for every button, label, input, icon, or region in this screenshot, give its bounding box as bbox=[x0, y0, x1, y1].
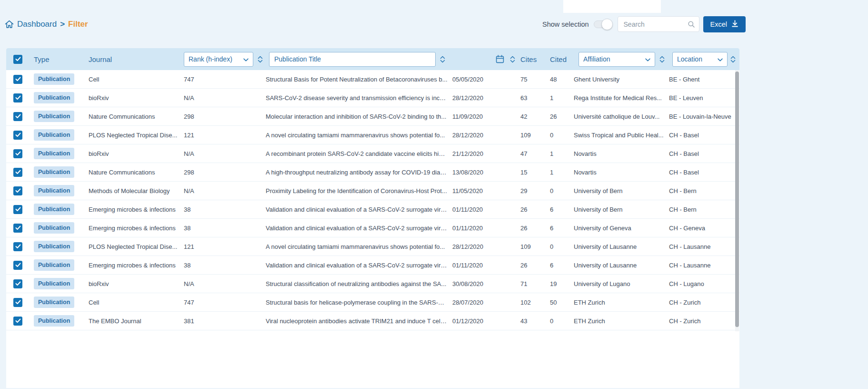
row-checkbox[interactable] bbox=[13, 317, 22, 326]
type-badge: Publication bbox=[34, 297, 74, 308]
column-header-location: Location bbox=[669, 52, 739, 67]
rank-cell: 121 bbox=[184, 243, 266, 250]
affiliation-sort-icon[interactable] bbox=[659, 55, 665, 63]
row-checkbox[interactable] bbox=[13, 168, 22, 177]
affiliation-cell: ETH Zurich bbox=[574, 317, 669, 325]
row-checkbox[interactable] bbox=[13, 186, 22, 195]
type-cell: Publication bbox=[30, 111, 89, 122]
cites-cell: 109 bbox=[518, 132, 550, 139]
type-cell: Publication bbox=[30, 278, 89, 289]
location-cell: CH - Lausanne bbox=[669, 262, 739, 269]
rank-cell: 298 bbox=[184, 113, 266, 120]
rank-filter-select[interactable]: Rank (h-index) bbox=[184, 52, 253, 67]
select-all-checkbox[interactable] bbox=[13, 55, 22, 64]
row-checkbox-cell bbox=[6, 75, 30, 84]
type-cell: Publication bbox=[30, 297, 89, 308]
type-cell: Publication bbox=[30, 73, 89, 85]
scrollbar-thumb[interactable] bbox=[735, 72, 739, 327]
rank-cell: 298 bbox=[184, 169, 266, 176]
location-cell: BE - Leuven bbox=[669, 94, 739, 102]
table-body: Publication Cell 747 Structural Basis fo… bbox=[6, 70, 739, 330]
table-row[interactable]: Publication Emerging microbes & infectio… bbox=[6, 256, 739, 275]
column-header-title bbox=[266, 52, 452, 67]
type-badge: Publication bbox=[34, 73, 74, 85]
journal-cell: Emerging microbes & infections bbox=[89, 206, 184, 213]
breadcrumb-dashboard-link[interactable]: Dashboard bbox=[17, 20, 57, 29]
type-badge: Publication bbox=[34, 315, 74, 327]
row-checkbox[interactable] bbox=[13, 298, 22, 307]
breadcrumb-separator: > bbox=[60, 20, 65, 29]
home-icon[interactable] bbox=[5, 20, 14, 29]
table-row[interactable]: Publication Emerging microbes & infectio… bbox=[6, 200, 739, 219]
row-checkbox[interactable] bbox=[13, 93, 22, 102]
search-input[interactable] bbox=[618, 16, 699, 32]
table-row[interactable]: Publication PLOS Neglected Tropical Dise… bbox=[6, 237, 739, 256]
location-sort-icon[interactable] bbox=[730, 55, 736, 63]
breadcrumb: Dashboard > Filter bbox=[5, 20, 88, 29]
row-checkbox[interactable] bbox=[13, 279, 22, 288]
row-checkbox[interactable] bbox=[13, 205, 22, 214]
title-cell: Viral nucleoprotein antibodies activate … bbox=[266, 317, 452, 325]
show-selection-toggle[interactable] bbox=[594, 20, 612, 28]
table-row[interactable]: Publication Nature Communications 298 Mo… bbox=[6, 107, 739, 126]
type-badge: Publication bbox=[34, 259, 74, 271]
journal-cell: bioRxiv bbox=[89, 94, 184, 102]
date-cell: 21/12/2020 bbox=[452, 150, 518, 157]
calendar-icon[interactable] bbox=[496, 55, 504, 63]
type-cell: Publication bbox=[30, 129, 89, 141]
journal-cell: Cell bbox=[89, 299, 184, 306]
table-row[interactable]: Publication PLOS Neglected Tropical Dise… bbox=[6, 126, 739, 144]
title-sort-icon[interactable] bbox=[440, 55, 445, 63]
table-row[interactable]: Publication Methods of Molecular Biology… bbox=[6, 182, 739, 200]
column-header-rank: Rank (h-index) bbox=[184, 52, 266, 67]
cited-cell: 6 bbox=[550, 262, 574, 269]
table-row[interactable]: Publication bioRxiv N/A SARS-CoV-2 disea… bbox=[6, 89, 739, 107]
location-cell: CH - Basel bbox=[669, 132, 739, 139]
rank-cell: 38 bbox=[184, 262, 266, 269]
location-cell: CH - Zurich bbox=[669, 317, 739, 325]
breadcrumb-current: Filter bbox=[68, 20, 88, 29]
affiliation-cell: Swiss Tropical and Public Heal... bbox=[574, 132, 669, 139]
type-badge: Publication bbox=[34, 166, 74, 178]
publication-title-filter-input[interactable] bbox=[269, 52, 436, 67]
row-checkbox[interactable] bbox=[13, 242, 22, 251]
title-cell: Structural basis for helicase-polymerase… bbox=[266, 299, 452, 306]
date-cell: 01/11/2020 bbox=[452, 225, 518, 232]
row-checkbox[interactable] bbox=[13, 149, 22, 158]
chevron-down-icon bbox=[645, 55, 650, 63]
date-sort-icon[interactable] bbox=[510, 55, 515, 63]
affiliation-cell: University of Bern bbox=[574, 187, 669, 194]
excel-export-button[interactable]: Excel bbox=[703, 16, 746, 32]
row-checkbox[interactable] bbox=[13, 75, 22, 84]
table-row[interactable]: Publication Cell 747 Structural basis fo… bbox=[6, 293, 739, 312]
location-filter-select[interactable]: Location bbox=[672, 52, 728, 67]
table-row[interactable]: Publication Cell 747 Structural Basis fo… bbox=[6, 70, 739, 89]
type-badge: Publication bbox=[34, 241, 74, 252]
table-row[interactable]: Publication The EMBO Journal 381 Viral n… bbox=[6, 312, 739, 330]
row-checkbox[interactable] bbox=[13, 131, 22, 140]
type-cell: Publication bbox=[30, 166, 89, 178]
row-checkbox[interactable] bbox=[13, 112, 22, 121]
location-cell: CH - Bern bbox=[669, 187, 739, 194]
cites-cell: 26 bbox=[518, 206, 550, 213]
rank-cell: 381 bbox=[184, 317, 266, 325]
title-cell: SARS-CoV-2 disease severity and transmis… bbox=[266, 94, 452, 102]
date-cell: 13/08/2020 bbox=[452, 169, 518, 176]
table-row[interactable]: Publication bioRxiv N/A Structural class… bbox=[6, 275, 739, 293]
cited-cell: 0 bbox=[550, 132, 574, 139]
location-cell: CH - Basel bbox=[669, 150, 739, 157]
chevron-down-icon bbox=[243, 55, 249, 63]
table-row[interactable]: Publication Nature Communications 298 A … bbox=[6, 163, 739, 182]
table-row[interactable]: Publication bioRxiv N/A A recombinant pr… bbox=[6, 144, 739, 163]
table-row[interactable]: Publication Emerging microbes & infectio… bbox=[6, 219, 739, 237]
affiliation-cell: University of Lausanne bbox=[574, 243, 669, 250]
rank-sort-icon[interactable] bbox=[258, 55, 263, 63]
location-cell: CH - Geneva bbox=[669, 225, 739, 232]
row-checkbox[interactable] bbox=[13, 224, 22, 233]
cited-cell: 19 bbox=[550, 280, 574, 287]
row-checkbox-cell bbox=[6, 131, 30, 140]
title-cell: A high-throughput neutralizing antibody … bbox=[266, 169, 452, 176]
vertical-scrollbar[interactable] bbox=[735, 70, 739, 331]
row-checkbox[interactable] bbox=[13, 261, 22, 270]
affiliation-filter-select[interactable]: Affiliation bbox=[579, 52, 655, 67]
